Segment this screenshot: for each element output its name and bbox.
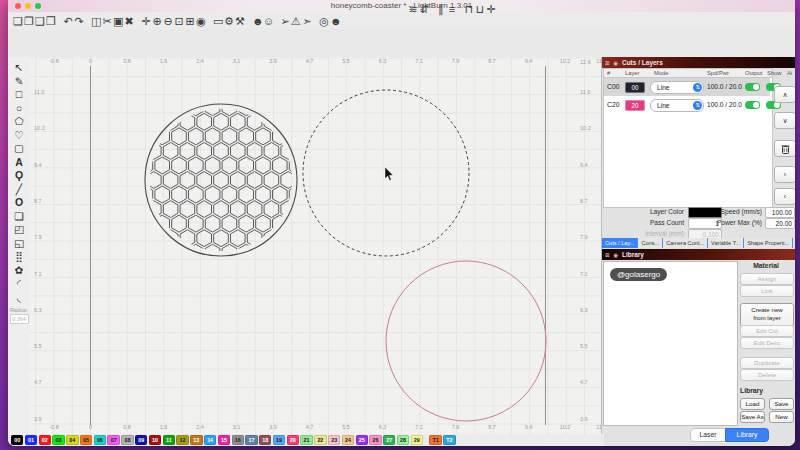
palette-chip-T1[interactable]: T1 <box>429 435 441 445</box>
ellipse-tool-icon[interactable]: ○ <box>10 102 28 116</box>
palette-chip-28[interactable]: 28 <box>397 435 409 445</box>
output-toggle[interactable] <box>745 101 760 109</box>
save-file-icon[interactable]: ❑ <box>35 13 45 29</box>
zoom-in-icon[interactable]: ⊕ <box>152 13 162 29</box>
palette-chip-02[interactable]: 02 <box>39 435 51 445</box>
fillet-tool-a-icon[interactable]: ◜ <box>10 277 28 291</box>
position-target-icon[interactable]: ◎ <box>319 13 329 29</box>
palette-chip-18[interactable]: 18 <box>259 435 271 445</box>
undo-icon[interactable]: ↶ <box>63 13 73 29</box>
dock-tab-0[interactable]: Cuts / Lay... <box>602 238 638 248</box>
mode-dropdown[interactable]: Line⇅ <box>650 99 704 112</box>
multi-user-icon[interactable]: ☻ <box>252 13 262 29</box>
output-toggle[interactable] <box>745 83 760 91</box>
layer-color-chip[interactable]: 00 <box>625 82 645 93</box>
palette-chip-27[interactable]: 27 <box>383 435 395 445</box>
duplicate-button[interactable]: Duplicate <box>740 357 794 369</box>
assign-button[interactable]: Assign <box>740 273 794 285</box>
align-center-icon[interactable]: ≡ <box>447 1 457 17</box>
preview-icon[interactable]: ▭ <box>213 13 223 29</box>
honeycomb-pattern[interactable] <box>138 99 304 261</box>
edit-nodes-tool-icon[interactable]: ▢ <box>10 142 28 156</box>
dock-icon[interactable]: ➢ <box>280 13 290 29</box>
palette-chip-04[interactable]: 04 <box>66 435 78 445</box>
link-button[interactable]: Link <box>740 285 794 297</box>
circular-array-tool-icon[interactable]: ✿ <box>10 264 28 278</box>
palette-chip-15[interactable]: 15 <box>218 435 230 445</box>
move-origin-icon[interactable]: ✛ <box>486 1 496 17</box>
palette-chip-26[interactable]: 26 <box>369 435 381 445</box>
select-tool-icon[interactable]: ↖ <box>10 61 28 75</box>
pan-icon[interactable]: ✛ <box>141 13 151 29</box>
send-icon[interactable]: ➣ <box>302 13 312 29</box>
layer-up-button[interactable]: ∧ <box>774 86 795 103</box>
radius-field[interactable]: 0.394 <box>10 314 29 324</box>
palette-chip-03[interactable]: 03 <box>52 435 64 445</box>
dock-tab-2[interactable]: Camera Cont... <box>663 238 708 248</box>
tab-library[interactable]: Library <box>725 428 769 442</box>
grid-array-tool-icon[interactable]: ⣿ <box>10 250 28 264</box>
library-list[interactable]: @golasergo <box>603 261 738 426</box>
draw-lines-tool-icon[interactable]: ✎ <box>10 75 28 89</box>
fillet-tool-b-icon[interactable]: ◟ <box>10 291 28 305</box>
zoom-out-icon[interactable]: ⊖ <box>163 13 173 29</box>
position-tool-icon[interactable]: Ϙ <box>10 169 28 183</box>
measure-tool-icon[interactable]: ╱ <box>10 183 28 197</box>
cuts-layers-header[interactable]: ⊠ ◉Cuts / Layers <box>602 57 795 68</box>
layer-down-button[interactable]: ∨ <box>774 112 795 129</box>
library-item[interactable]: @golasergo <box>610 268 667 281</box>
distribute-v-icon[interactable]: ⇵ <box>419 1 429 17</box>
polygon-tool-icon[interactable]: ⬠ <box>10 115 28 129</box>
palette-chip-14[interactable]: 14 <box>204 435 216 445</box>
weld-tool-icon[interactable]: ❏ <box>10 210 28 224</box>
layer-color-chip[interactable]: 20 <box>625 100 645 111</box>
cut-icon[interactable]: ✂ <box>102 13 112 29</box>
tab-laser[interactable]: Laser <box>690 428 726 442</box>
palette-chip-17[interactable]: 17 <box>245 435 257 445</box>
delete-icon[interactable]: ✖ <box>124 13 134 29</box>
paste-icon[interactable]: ▣ <box>113 13 123 29</box>
palette-chip-22[interactable]: 22 <box>314 435 326 445</box>
palette-chip-24[interactable]: 24 <box>342 435 354 445</box>
new-button[interactable]: New <box>769 411 794 423</box>
palette-chip-10[interactable]: 10 <box>149 435 161 445</box>
palette-chip-19[interactable]: 19 <box>273 435 285 445</box>
layer-row-C00[interactable]: C0000Line⇅100.0 / 20.0 <box>604 78 770 96</box>
speed-field[interactable]: 100.00 <box>765 207 795 218</box>
palette-chip-01[interactable]: 01 <box>25 435 37 445</box>
device-settings-icon[interactable]: ⚙ <box>224 13 234 29</box>
palette-chip-25[interactable]: 25 <box>356 435 368 445</box>
shape-tool-icon[interactable]: ♡ <box>10 129 28 143</box>
import-file-icon[interactable]: ❒ <box>46 13 56 29</box>
offset-tool-icon[interactable]: O <box>10 196 28 210</box>
zoom-page-icon[interactable]: ⊡ <box>174 13 184 29</box>
edit-cut-button[interactable]: Edit Cut <box>740 325 794 337</box>
palette-chip-05[interactable]: 05 <box>80 435 92 445</box>
palette-chip-00[interactable]: 00 <box>11 435 23 445</box>
palette-chip-21[interactable]: 21 <box>300 435 312 445</box>
power-max-field[interactable]: 20.00 <box>765 218 795 229</box>
open-file-icon[interactable]: ❐ <box>24 13 34 29</box>
panel-window-icons[interactable]: ⊠ ◉ <box>605 60 619 66</box>
delete-button[interactable]: Delete <box>740 369 794 381</box>
library-header[interactable]: ⊠ ◉Library <box>602 249 795 260</box>
palette-chip-11[interactable]: 11 <box>163 435 175 445</box>
palette-chip-20[interactable]: 20 <box>287 435 299 445</box>
dock-tab-4[interactable]: Shape Properti... <box>744 238 793 248</box>
layer-row-C20[interactable]: C2020Line⇅100.0 / 20.0 <box>604 96 770 114</box>
machine-tools-icon[interactable]: ⚒ <box>235 13 245 29</box>
alerts-icon[interactable]: ⚠ <box>291 13 301 29</box>
palette-chip-T2[interactable]: T2 <box>443 435 455 445</box>
redo-icon[interactable]: ↷ <box>74 13 84 29</box>
load-button[interactable]: Load <box>740 398 765 410</box>
palette-chip-07[interactable]: 07 <box>107 435 119 445</box>
palette-chip-06[interactable]: 06 <box>94 435 106 445</box>
save-button[interactable]: Save <box>769 398 794 410</box>
palette-chip-13[interactable]: 13 <box>190 435 202 445</box>
create-new-from-layer-button[interactable]: Create new from layer <box>740 303 794 327</box>
new-file-icon[interactable]: ❏ <box>13 13 23 29</box>
copy-icon[interactable]: ◫ <box>91 13 101 29</box>
rectangle-tool-icon[interactable]: □ <box>10 88 28 102</box>
panel-window-icons[interactable]: ⊠ ◉ <box>605 252 619 258</box>
palette-chip-09[interactable]: 09 <box>135 435 147 445</box>
